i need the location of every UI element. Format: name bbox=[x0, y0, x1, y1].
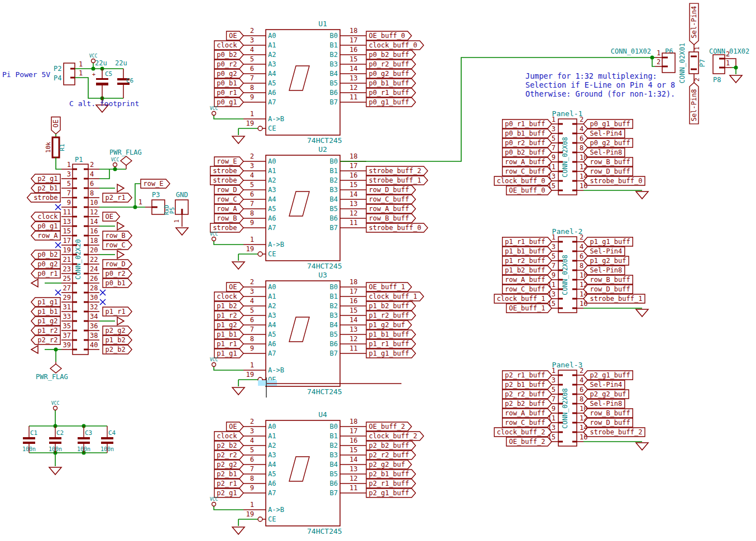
global-label-oe-buff-1[interactable]: OE_buff_1 bbox=[506, 304, 552, 313]
global-label-strobe[interactable]: strobe bbox=[210, 166, 243, 175]
global-label-p2-g1-buff[interactable]: p2_g1_buff bbox=[366, 489, 415, 497]
global-label-p0-r2[interactable]: p0_r2 bbox=[103, 269, 132, 278]
gnd-symbol[interactable] bbox=[636, 443, 648, 450]
global-label-p1-r2-buff[interactable]: p1_r2_buff bbox=[366, 311, 415, 320]
global-label-row-a[interactable]: row_A bbox=[214, 204, 243, 213]
connector-panel-2[interactable]: Panel-2CONN_02X08 bbox=[552, 227, 583, 313]
global-label-p0-b2[interactable]: p0_b2 bbox=[31, 250, 60, 259]
global-label-strobe-buff-2[interactable]: strobe_buff_2 bbox=[583, 428, 645, 437]
global-label-vertical[interactable]: Sel-Pin8 bbox=[690, 83, 698, 124]
gnd-symbol[interactable] bbox=[730, 75, 742, 83]
global-label-p0-b2-buff[interactable]: p0_b2_buff bbox=[366, 50, 415, 59]
global-label-row-d-buff[interactable]: row_D_buff bbox=[583, 285, 633, 294]
global-label-p2-g2[interactable]: p2_g2 bbox=[214, 460, 243, 469]
global-label-p1-g2-buf[interactable]: p1_g2_buf bbox=[583, 256, 629, 265]
gnd-symbol-rotated[interactable] bbox=[117, 184, 124, 192]
global-label-p2-r2[interactable]: p2_r2 bbox=[31, 336, 60, 344]
global-label-p2-g2[interactable]: p2_g2 bbox=[103, 326, 132, 335]
capacitor-c3[interactable]: C3100n bbox=[77, 429, 92, 452]
global-label-p1-g2[interactable]: p1_g2 bbox=[214, 320, 243, 329]
global-label-p2-r2-buff[interactable]: p2_r2_buff bbox=[503, 390, 552, 399]
global-label-row-d[interactable]: row_D bbox=[214, 185, 243, 194]
global-label-p0-r1[interactable]: p0_r1 bbox=[214, 88, 243, 97]
global-label-oe[interactable]: OE bbox=[51, 117, 60, 134]
global-label-strobe-buff-0[interactable]: strobe_buff_0 bbox=[583, 176, 645, 185]
capacitor-c2[interactable]: C2100n bbox=[49, 429, 64, 452]
capacitor-c6[interactable]: C622u bbox=[115, 59, 133, 85]
global-label-p0-r1-buff[interactable]: p0_r1_buff bbox=[503, 119, 552, 128]
global-label-p2-r1-buff[interactable]: p2_r1_buff bbox=[503, 371, 552, 380]
global-label-row-d-buff[interactable]: row_D_buff bbox=[583, 418, 633, 427]
global-label-row-b[interactable]: row_B bbox=[103, 231, 132, 240]
gnd-symbol-rotated[interactable] bbox=[117, 222, 124, 230]
global-label-p1-b1[interactable]: p1_b1 bbox=[214, 330, 243, 339]
global-label-strobe-buff-2[interactable]: strobe_buff_2 bbox=[366, 166, 428, 175]
global-label-p1-g1-buff[interactable]: p1_g1_buff bbox=[583, 237, 633, 246]
global-label-p0-b1[interactable]: p0_b1 bbox=[103, 279, 132, 288]
gnd-symbol[interactable] bbox=[232, 387, 245, 395]
vcc-symbol[interactable]: VCC bbox=[210, 106, 218, 116]
pwr-flag-symbol[interactable]: PWR_FLAG bbox=[36, 364, 68, 381]
global-label-p1-b2-buff[interactable]: p1_b2_buff bbox=[366, 301, 415, 310]
global-label-p2-g1[interactable]: p2_g1 bbox=[214, 489, 243, 497]
global-label-sel-pin4[interactable]: Sel-Pin4 bbox=[690, 3, 698, 45]
connector-p2-p4[interactable] bbox=[64, 63, 75, 85]
connector-gnd[interactable] bbox=[175, 200, 188, 214]
global-label-clock-buff-0[interactable]: clock_buff_0 bbox=[494, 176, 552, 185]
global-label-oe-buff-2[interactable]: OE_buff_2 bbox=[366, 422, 412, 431]
global-label-oe[interactable]: OE bbox=[227, 283, 243, 291]
global-label-p0-r1-buff[interactable]: p0_r1_buff bbox=[366, 88, 415, 97]
global-label-p2-b1[interactable]: p2_b1 bbox=[31, 184, 60, 193]
global-label-oe-buff-0[interactable]: OE_buff_0 bbox=[366, 31, 412, 40]
global-label-p2-g2-buf[interactable]: p2_g2_buf bbox=[366, 460, 412, 469]
global-label-p2-r1[interactable]: p2_r1 bbox=[214, 479, 243, 488]
global-label-p1-b1-buff[interactable]: p1_b1_buff bbox=[366, 330, 415, 339]
gnd-symbol[interactable] bbox=[636, 309, 648, 317]
global-label-p1-g1-buff[interactable]: p1_g1_buff bbox=[366, 349, 415, 358]
global-label-row-c-buff[interactable]: row_C_buff bbox=[503, 167, 552, 176]
global-label-row-b-buff[interactable]: row_B_buff bbox=[583, 275, 633, 284]
global-label-p1-r2[interactable]: p1_r2 bbox=[214, 311, 243, 320]
global-label-p0-g1[interactable]: p0_g1 bbox=[214, 98, 243, 107]
global-label-sel-pin8[interactable]: Sel-Pin8 bbox=[690, 83, 698, 124]
global-label-p0-b2[interactable]: p0_b2 bbox=[214, 50, 243, 59]
global-label-clock-buff-1[interactable]: clock_buff_1 bbox=[494, 294, 552, 303]
global-label-p1-r1[interactable]: p1_r1 bbox=[214, 339, 243, 348]
global-label-oe-buff-1[interactable]: OE_buff_1 bbox=[366, 283, 412, 291]
global-label-clock[interactable]: clock bbox=[214, 41, 243, 50]
global-label-oe[interactable]: OE bbox=[103, 212, 119, 221]
global-label-p2-b1-buff[interactable]: p2_b1_buff bbox=[366, 470, 415, 478]
gnd-symbol-rotated[interactable] bbox=[31, 346, 38, 353]
gnd-symbol[interactable] bbox=[49, 467, 61, 475]
global-label-p0-r1[interactable]: p0_r1 bbox=[31, 269, 60, 278]
global-label-sel-pin4[interactable]: Sel-Pin4 bbox=[583, 380, 625, 389]
gnd-symbol[interactable] bbox=[636, 191, 648, 199]
global-label-p0-r2[interactable]: p0_r2 bbox=[214, 60, 243, 69]
global-label-p0-g1-buff[interactable]: p0_g1_buff bbox=[583, 119, 633, 128]
gnd-symbol[interactable] bbox=[232, 136, 245, 143]
global-label-clock-buff-2[interactable]: clock_buff_2 bbox=[494, 428, 552, 437]
global-label-row-b-buff[interactable]: row_B_buff bbox=[366, 214, 415, 223]
global-label-p1-g2[interactable]: p1_g2 bbox=[31, 317, 60, 325]
global-label-p2-g1[interactable]: p2_g1 bbox=[31, 174, 60, 183]
global-label-p1-b1-buff[interactable]: p1_b1_buff bbox=[503, 247, 552, 256]
global-label-oe-buff-0[interactable]: OE_buff_0 bbox=[506, 186, 552, 195]
global-label-row-d[interactable]: row_D bbox=[103, 260, 132, 269]
global-label-strobe[interactable]: strobe bbox=[27, 193, 60, 202]
global-label-clock[interactable]: clock bbox=[214, 432, 243, 441]
connector-p3[interactable] bbox=[152, 200, 165, 214]
global-label-row-c[interactable]: row_C bbox=[214, 195, 243, 204]
global-label-p2-b1-buff[interactable]: p2_b1_buff bbox=[503, 380, 552, 389]
global-label-p0-r2-buff[interactable]: p0_r2_buff bbox=[503, 138, 552, 147]
global-label-row-e[interactable]: row_E bbox=[141, 179, 170, 188]
global-label-p1-b2-buff[interactable]: p1_b2_buff bbox=[503, 266, 552, 275]
connector-panel-1[interactable]: Panel-1CONN_02X08 bbox=[552, 109, 583, 195]
global-label-p2-g2-buf[interactable]: p2_g2_buf bbox=[583, 390, 629, 399]
global-label-p2-g1-buff[interactable]: p2_g1_buff bbox=[583, 371, 633, 380]
global-label-p1-b1[interactable]: p1_b1 bbox=[31, 307, 60, 316]
capacitor-c1[interactable]: C1100n bbox=[22, 429, 37, 452]
connector-p8[interactable] bbox=[713, 55, 725, 74]
global-label-row-a-buff[interactable]: row_A_buff bbox=[503, 409, 552, 418]
global-label-p1-r1-buff[interactable]: p1_r1_buff bbox=[503, 237, 552, 246]
global-label-p2-b2[interactable]: p2_b2 bbox=[214, 441, 243, 450]
